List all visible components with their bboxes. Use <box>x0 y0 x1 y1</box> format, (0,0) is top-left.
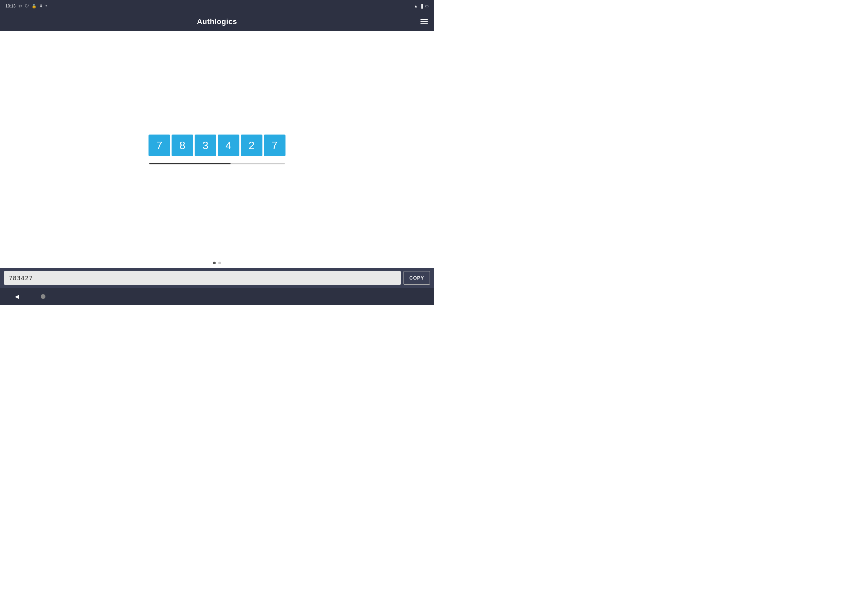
page-dot-1 <box>213 262 215 264</box>
time-display: 10:13 <box>5 4 16 8</box>
status-bar-right: ▲ ▐ ▭ <box>414 4 429 8</box>
hamburger-menu-icon-3 <box>420 23 428 24</box>
status-bar-left: 10:13 ⚙ 🛡 🔒 ⬇ • <box>5 4 47 8</box>
otp-digit-1: 7 <box>149 135 170 156</box>
dot-icon: • <box>45 4 47 8</box>
app-title: Authlogics <box>197 17 237 26</box>
page-indicators <box>213 262 221 264</box>
nav-bar: ◄ <box>0 288 434 305</box>
hamburger-menu-icon-2 <box>420 21 428 22</box>
settings-icon: ⚙ <box>18 4 22 8</box>
toolbar: Authlogics <box>0 12 434 31</box>
main-content: 7 8 3 4 2 7 <box>0 31 434 268</box>
battery-icon: ▭ <box>425 4 429 8</box>
otp-digit-4: 4 <box>218 135 239 156</box>
menu-button[interactable] <box>420 19 428 24</box>
page-dot-2 <box>219 262 221 264</box>
shield-icon: 🛡 <box>25 4 29 8</box>
progress-bar-fill <box>149 163 231 164</box>
wifi-icon: ▲ <box>414 4 418 8</box>
back-arrow-icon[interactable]: ◄ <box>14 293 20 300</box>
otp-progress-bar <box>149 163 285 164</box>
home-circle-icon[interactable] <box>41 294 45 299</box>
lock-icon: 🔒 <box>31 4 37 8</box>
otp-code-input[interactable] <box>4 271 401 285</box>
otp-digit-6: 7 <box>264 135 285 156</box>
copy-button[interactable]: COPY <box>403 271 430 285</box>
otp-tiles-container: 7 8 3 4 2 7 <box>149 135 285 156</box>
status-bar: 10:13 ⚙ 🛡 🔒 ⬇ • ▲ ▐ ▭ <box>0 0 434 12</box>
otp-digit-5: 2 <box>241 135 262 156</box>
notification-icon: ⬇ <box>39 4 43 8</box>
bottom-bar: COPY <box>0 268 434 288</box>
otp-digit-3: 3 <box>195 135 216 156</box>
signal-icon: ▐ <box>420 4 423 8</box>
hamburger-menu-icon <box>420 19 428 20</box>
otp-digit-2: 8 <box>172 135 193 156</box>
